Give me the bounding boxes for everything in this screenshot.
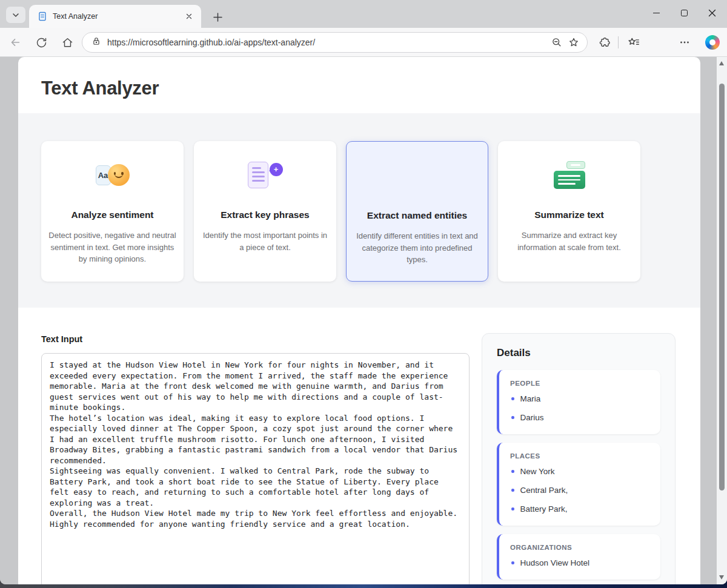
entity-item: New York <box>510 462 649 481</box>
entity-item: Maria <box>510 389 649 408</box>
zoom-out-icon <box>551 36 563 48</box>
refresh-button[interactable] <box>32 33 50 51</box>
bullet-dot <box>511 489 514 492</box>
entity-item: Central Park, <box>510 481 649 500</box>
card-analyze-sentiment[interactable]: Aa Analyze sentiment Detect positive, ne… <box>41 141 184 282</box>
page-title: Text Analyzer <box>41 75 159 102</box>
tab-close-icon[interactable] <box>183 10 195 22</box>
bullet-dot <box>511 397 514 400</box>
settings-more-button[interactable] <box>676 33 694 51</box>
close-icon <box>708 9 716 17</box>
entity-group-organizations: ORGANIZATIONS Hudson View Hotel <box>497 534 660 580</box>
text-input-area[interactable]: I stayed at the Hudson View Hotel in New… <box>41 353 470 584</box>
entity-group-label: ORGANIZATIONS <box>510 544 649 551</box>
card-title: Summarize text <box>498 210 640 220</box>
card-description: Identify different entities in text and … <box>353 230 482 266</box>
details-title: Details <box>497 347 660 359</box>
bullet-dot <box>511 416 514 419</box>
lock-icon[interactable] <box>91 36 102 49</box>
smiley-face-icon <box>108 164 130 186</box>
card-title: Extract named entities <box>347 210 488 221</box>
favorites-star-list-icon <box>627 36 640 49</box>
url-text: https://microsoftlearning.github.io/ai-a… <box>107 38 548 47</box>
page-scrollbar[interactable] <box>717 57 727 584</box>
browser-toolbar: https://microsoftlearning.github.io/ai-a… <box>0 28 727 57</box>
tab-actions-menu-button[interactable] <box>6 7 25 23</box>
home-icon <box>61 36 74 49</box>
address-bar[interactable]: https://microsoftlearning.github.io/ai-a… <box>82 32 588 53</box>
window-controls <box>642 0 726 28</box>
bullet-dot <box>511 561 514 564</box>
page-viewport: Text Analyzer Aa Analyze sentiment Detec… <box>0 57 727 584</box>
entity-item: Hudson View Hotel <box>510 553 649 572</box>
text-analyzer-app: Text Analyzer Aa Analyze sentiment Detec… <box>18 57 700 584</box>
card-extract-named-entities[interactable]: Extract named entities Identify differen… <box>346 141 488 282</box>
card-summarize-text[interactable]: Summarize text Summarize and extract key… <box>498 141 640 282</box>
summary-blocks-icon <box>554 161 585 189</box>
more-dots-icon <box>679 37 690 48</box>
scrollbar-thumb[interactable] <box>719 84 725 491</box>
back-button[interactable] <box>6 33 24 51</box>
named-entities-icon <box>347 161 488 190</box>
entity-group-label: PLACES <box>510 452 649 460</box>
plus-bubble-icon: + <box>270 163 283 176</box>
entity-item: Battery Park, <box>510 500 649 518</box>
card-description: Identify the most important points in a … <box>200 230 330 253</box>
tab-favicon-icon <box>38 12 47 21</box>
bullet-dot <box>511 470 514 473</box>
favorite-this-page-button[interactable] <box>565 34 582 51</box>
extensions-puzzle-icon <box>599 36 611 49</box>
scroll-up-arrow-icon[interactable] <box>719 61 724 65</box>
browser-tab[interactable]: Text Analyzer <box>29 5 201 28</box>
scroll-down-arrow-icon[interactable] <box>719 575 724 580</box>
minimize-button[interactable] <box>642 0 670 25</box>
entity-group-people: PEOPLE Maria Darius <box>497 370 660 434</box>
tab-title: Text Analyzer <box>53 12 183 21</box>
maximize-icon <box>681 10 688 16</box>
copilot-icon[interactable] <box>705 35 720 50</box>
bullet-dot <box>511 507 514 510</box>
back-arrow-icon <box>8 36 22 49</box>
toolbar-divider <box>618 36 619 48</box>
details-panel: Details PEOPLE Maria Darius PLACES New Y… <box>482 333 676 584</box>
summarize-icon <box>498 160 640 190</box>
refresh-icon <box>35 36 48 49</box>
card-description: Detect positive, negative and neutral se… <box>47 230 178 265</box>
entity-item: Darius <box>510 408 649 427</box>
plus-icon <box>213 12 223 22</box>
card-title: Extract key phrases <box>194 210 336 220</box>
new-tab-button[interactable] <box>208 8 227 26</box>
tab-strip: Text Analyzer <box>0 0 727 28</box>
favorites-hub-button[interactable] <box>625 33 643 51</box>
entity-group-label: PEOPLE <box>510 380 649 387</box>
feature-cards-section: Aa Analyze sentiment Detect positive, ne… <box>18 113 700 308</box>
zoom-out-button[interactable] <box>548 34 565 51</box>
browser-window: Text Analyzer <box>0 0 727 584</box>
card-title: Analyze sentiment <box>41 210 184 220</box>
home-button[interactable] <box>58 33 76 51</box>
sentiment-icon: Aa <box>41 160 184 190</box>
close-window-button[interactable] <box>698 0 726 25</box>
minimize-icon <box>653 13 660 13</box>
chevron-down-icon <box>11 10 21 20</box>
extensions-button[interactable] <box>596 33 614 51</box>
key-phrases-icon: + <box>194 160 336 190</box>
maximize-button[interactable] <box>670 0 698 25</box>
card-description: Summarize and extract key information at… <box>504 230 634 253</box>
card-extract-key-phrases[interactable]: + Extract key phrases Identify the most … <box>194 141 336 282</box>
document-lines-icon <box>248 162 268 188</box>
star-icon <box>568 36 580 48</box>
text-input-label: Text Input <box>41 334 82 344</box>
entity-group-places: PLACES New York Central Park, Battery Pa… <box>497 443 660 526</box>
